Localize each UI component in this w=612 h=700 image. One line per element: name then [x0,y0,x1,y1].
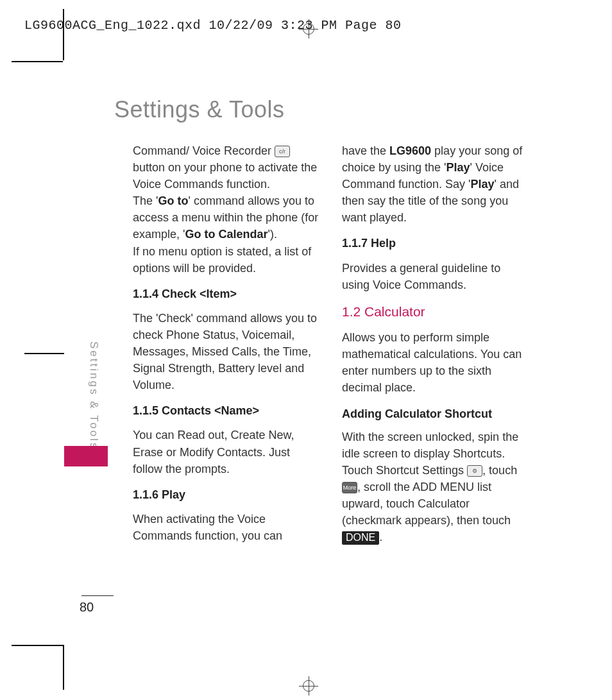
body-text: When activating the Voice Commands funct… [133,511,320,544]
subheading-adding-shortcut: Adding Calculator Shortcut [342,405,529,422]
heading-1-1-4: 1.1.4 Check <Item> [133,286,320,302]
heading-1-1-7: 1.1.7 Help [342,235,529,252]
page-number-rule [81,595,114,596]
page-number: 80 [80,600,94,615]
voice-recorder-key-icon: c/r [275,146,290,157]
crop-mark [12,645,63,646]
more-icon: More [342,482,357,493]
crop-mark [63,645,64,690]
body-text: You can Read out, Create New, Erase or M… [133,427,320,477]
body-text: Allows you to perform simple mathematica… [342,329,529,396]
heading-1-1-5: 1.1.5 Contacts <Name> [133,402,320,419]
done-button-graphic: DONE [342,531,379,545]
heading-1-1-6: 1.1.6 Play [133,486,320,503]
preflight-header: LG9600ACG_Eng_1022.qxd 10/22/09 3:23 PM … [24,18,402,33]
side-accent-bar [64,446,108,466]
content-columns: Command/ Voice Recorder c/r button on yo… [133,142,531,554]
registration-mark-top [303,23,322,42]
body-text: Command/ Voice Recorder c/r button on yo… [133,142,320,277]
body-text: The 'Check' command allows you to check … [133,310,320,393]
body-text: have the LG9600 play your song of choice… [342,142,529,226]
crop-mark [24,353,64,354]
registration-mark-bottom [303,680,322,699]
page-title: Settings & Tools [114,96,284,123]
heading-1-2-calculator: 1.2 Calculator [342,302,529,321]
gear-icon: ⚙ [467,465,482,477]
side-section-label: Settings & Tools [87,341,100,450]
crop-mark [12,61,63,62]
body-text: With the screen unlocked, spin the idle … [342,429,529,546]
crop-mark [63,9,64,60]
column-left: Command/ Voice Recorder c/r button on yo… [133,142,320,554]
body-text: Provides a general guideline to using Vo… [342,260,529,293]
column-right: have the LG9600 play your song of choice… [342,142,529,554]
